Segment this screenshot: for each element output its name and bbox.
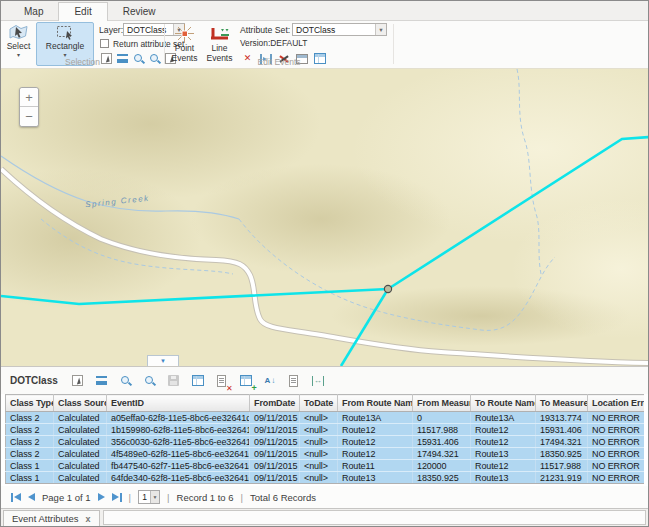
table-cell[interactable]: 21231.919 — [536, 472, 588, 484]
next-page-button[interactable] — [98, 493, 105, 501]
tab-review[interactable]: Review — [108, 3, 171, 20]
table-cell[interactable]: Route13 — [338, 472, 413, 484]
identify-icon[interactable] — [286, 373, 302, 389]
table-cell[interactable]: 09/11/2015 — [250, 460, 300, 472]
table-cell[interactable]: 09/11/2015 — [250, 472, 300, 484]
table-cell[interactable]: Route12 — [338, 448, 413, 460]
attribute-set-dropdown-arrow-icon[interactable]: ▼ — [375, 24, 386, 35]
table-cell[interactable]: 0 — [413, 412, 471, 424]
table-row[interactable]: Class 2Calculated4f5489e0-62f8-11e5-8bc6… — [6, 448, 645, 460]
table-cell[interactable]: 64fde340-62f8-11e5-8bc6-ee32641d5ec9 — [107, 472, 250, 484]
zoom-in-button[interactable]: + — [20, 88, 38, 107]
column-header[interactable]: To Route Name — [471, 395, 536, 412]
table-cell[interactable]: Class 1 — [6, 460, 54, 472]
column-header[interactable]: To Measure — [536, 395, 588, 412]
table-cell[interactable]: 1b159980-62f8-11e5-8bc6-ee32641d5ec9 — [107, 424, 250, 436]
table-cell[interactable]: <null> — [300, 436, 338, 448]
first-page-button[interactable] — [11, 493, 21, 502]
table-cell[interactable]: Calculated — [54, 448, 107, 460]
table-cell[interactable]: 18350.925 — [536, 448, 588, 460]
column-header[interactable]: Class Type — [6, 395, 54, 412]
table-cell[interactable]: Calculated — [54, 460, 107, 472]
table-cell[interactable]: 09/11/2015 — [250, 412, 300, 424]
zoom-to-selection-icon[interactable] — [118, 373, 134, 389]
zoom-out-button[interactable]: − — [20, 107, 38, 126]
table-cell[interactable]: Route12 — [471, 436, 536, 448]
table-cell[interactable]: <null> — [300, 460, 338, 472]
table-cell[interactable]: 4f5489e0-62f8-11e5-8bc6-ee32641d5ec9 — [107, 448, 250, 460]
clear-selection-icon[interactable]: ✕ — [214, 373, 230, 389]
table-cell[interactable]: NO ERROR — [588, 412, 645, 424]
panel-collapse-tab[interactable]: ▼ — [147, 355, 179, 366]
table-cell[interactable]: Route13 — [471, 472, 536, 484]
table-cell[interactable]: 09/11/2015 — [250, 448, 300, 460]
column-header[interactable]: Class Source — [54, 395, 107, 412]
table-cell[interactable]: Class 2 — [6, 412, 54, 424]
table-row[interactable]: Class 2Calculated356c0030-62f8-11e5-8bc6… — [6, 436, 645, 448]
tab-map[interactable]: Map — [9, 3, 58, 20]
table-cell[interactable]: NO ERROR — [588, 448, 645, 460]
table-row[interactable]: Class 1Calculatedfb447540-62f7-11e5-8bc6… — [6, 460, 645, 472]
table-cell[interactable]: 17494.321 — [413, 448, 471, 460]
table-cell[interactable]: Calculated — [54, 424, 107, 436]
tab-event-attributes[interactable]: Event Attributes x — [3, 510, 100, 526]
column-header[interactable]: From Route Name — [338, 395, 413, 412]
table-cell[interactable]: 15931.406 — [413, 436, 471, 448]
fit-columns-icon[interactable]: ↔ — [310, 373, 326, 389]
table-cell[interactable]: <null> — [300, 448, 338, 460]
table-cell[interactable]: fb447540-62f7-11e5-8bc6-ee32641d5ec9 — [107, 460, 250, 472]
table-cell[interactable]: Route11 — [338, 460, 413, 472]
table-menu-icon[interactable] — [94, 373, 110, 389]
add-records-icon[interactable]: + — [238, 373, 254, 389]
tab-edit[interactable]: Edit — [58, 2, 107, 21]
column-header[interactable]: FromDate — [250, 395, 300, 412]
table-cell[interactable]: NO ERROR — [588, 436, 645, 448]
table-cell[interactable]: Class 2 — [6, 424, 54, 436]
table-cell[interactable]: 09/11/2015 — [250, 424, 300, 436]
last-page-button[interactable] — [112, 493, 122, 502]
table-cell[interactable]: 120000 — [413, 460, 471, 472]
table-row[interactable]: Class 2Calculateda05effa0-62f8-11e5-8bc6… — [6, 412, 645, 424]
attribute-set-dropdown[interactable]: DOTClass ▼ — [292, 23, 387, 36]
table-cell[interactable]: Calculated — [54, 472, 107, 484]
table-cell[interactable]: Route12 — [338, 436, 413, 448]
table-cell[interactable]: <null> — [300, 412, 338, 424]
table-row[interactable]: Class 2Calculated1b159980-62f8-11e5-8bc6… — [6, 424, 645, 436]
route-junction-marker[interactable] — [384, 285, 391, 292]
close-tab-icon[interactable]: x — [86, 514, 91, 524]
table-cell[interactable]: Route12 — [338, 424, 413, 436]
table-cell[interactable]: 15931.406 — [536, 424, 588, 436]
table-cell[interactable]: NO ERROR — [588, 472, 645, 484]
table-cell[interactable]: Calculated — [54, 412, 107, 424]
sort-icon[interactable]: A↓ — [262, 373, 278, 389]
table-cell[interactable]: 17494.321 — [536, 436, 588, 448]
map-canvas[interactable]: Spring Creek + − ▼ — [1, 69, 649, 366]
table-cell[interactable]: NO ERROR — [588, 460, 645, 472]
table-cell[interactable]: Calculated — [54, 436, 107, 448]
table-cell[interactable]: 19313.774 — [536, 412, 588, 424]
return-attribute-set-checkbox[interactable] — [100, 39, 109, 48]
save-icon[interactable] — [166, 373, 182, 389]
column-header[interactable]: EventID — [107, 395, 250, 412]
switch-view-icon[interactable] — [190, 373, 206, 389]
table-cell[interactable]: 356c0030-62f8-11e5-8bc6-ee32641d5ec9 — [107, 436, 250, 448]
column-header[interactable]: ToDate — [300, 395, 338, 412]
table-cell[interactable]: Class 2 — [6, 448, 54, 460]
selection-tools-icon[interactable] — [70, 373, 86, 389]
table-cell[interactable]: Route13A — [338, 412, 413, 424]
previous-page-button[interactable] — [28, 493, 35, 501]
table-cell[interactable]: Class 2 — [6, 436, 54, 448]
table-cell[interactable]: NO ERROR — [588, 424, 645, 436]
pan-to-selection-icon[interactable] — [142, 373, 158, 389]
table-cell[interactable]: 18350.925 — [413, 472, 471, 484]
table-cell[interactable]: Route13A — [471, 412, 536, 424]
table-cell[interactable]: 09/11/2015 — [250, 436, 300, 448]
table-cell[interactable]: a05effa0-62f8-11e5-8bc6-ee32641d5ec9 — [107, 412, 250, 424]
table-cell[interactable]: Route13 — [471, 448, 536, 460]
table-cell[interactable]: <null> — [300, 424, 338, 436]
table-cell[interactable]: <null> — [300, 472, 338, 484]
table-cell[interactable]: Route12 — [471, 460, 536, 472]
table-cell[interactable]: Class 1 — [6, 472, 54, 484]
column-header[interactable]: Location Error — [588, 395, 645, 412]
table-row[interactable]: Class 1Calculated64fde340-62f8-11e5-8bc6… — [6, 472, 645, 484]
